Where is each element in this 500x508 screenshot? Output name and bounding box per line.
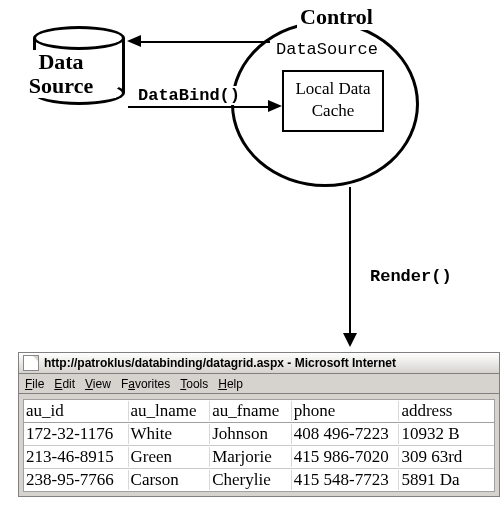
data-grid[interactable]: au_id au_lname au_fname phone address 17…: [23, 399, 495, 492]
grid-header-row: au_id au_lname au_fname phone address: [24, 400, 494, 423]
arrow-datasource: [140, 41, 270, 43]
browser-title-bar: http://patroklus/databinding/datagrid.as…: [18, 352, 500, 374]
arrow-render-head: [343, 333, 357, 347]
datasource-property: DataSource: [276, 40, 378, 59]
table-row[interactable]: 213-46-8915 Green Marjorie 415 986-7020 …: [24, 446, 494, 469]
arrow-databind: [128, 106, 268, 108]
arrow-render: [349, 187, 351, 333]
menu-tools[interactable]: Tools: [180, 377, 208, 391]
control-title: Control: [297, 4, 376, 30]
table-row[interactable]: 172-32-1176 White Johnson 408 496-7223 1…: [24, 423, 494, 446]
local-data-cache-box: Local Data Cache: [282, 70, 384, 132]
data-source-label: Data Source: [6, 50, 116, 98]
col-au-id: au_id: [24, 401, 129, 421]
browser-title-text: http://patroklus/databinding/datagrid.as…: [44, 356, 396, 370]
col-au-lname: au_lname: [129, 401, 211, 421]
menu-edit[interactable]: Edit: [54, 377, 75, 391]
render-label: Render(): [370, 267, 452, 286]
menu-favorites[interactable]: Favorites: [121, 377, 170, 391]
browser-menu-bar[interactable]: File Edit View Favorites Tools Help: [18, 374, 500, 394]
menu-help[interactable]: Help: [218, 377, 243, 391]
table-row[interactable]: 238-95-7766 Carson Cherylie 415 548-7723…: [24, 469, 494, 491]
arrow-databind-head: [268, 100, 282, 112]
browser-window: http://patroklus/databinding/datagrid.as…: [18, 352, 500, 508]
browser-client-area: au_id au_lname au_fname phone address 17…: [18, 394, 500, 497]
arrow-datasource-head: [127, 35, 141, 47]
menu-file[interactable]: File: [25, 377, 44, 391]
page-icon: [23, 355, 39, 371]
col-address: address: [399, 401, 494, 421]
databind-label: DataBind(): [136, 86, 242, 105]
col-phone: phone: [292, 401, 400, 421]
menu-view[interactable]: View: [85, 377, 111, 391]
col-au-fname: au_fname: [210, 401, 292, 421]
diagram-canvas: Data Source Control DataSource Local Dat…: [0, 0, 500, 508]
